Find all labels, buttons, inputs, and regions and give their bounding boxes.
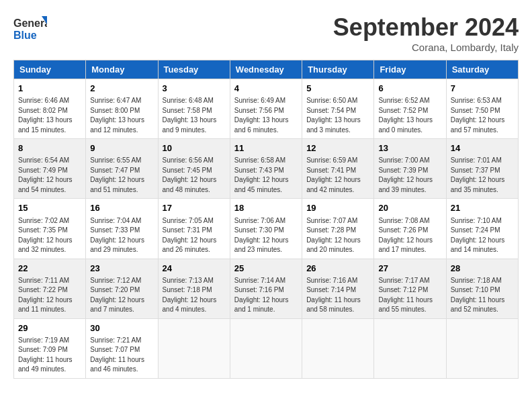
- day-info: Sunrise: 6:56 AM Sunset: 7:45 PM Dayligh…: [163, 156, 226, 195]
- table-row: 28Sunrise: 7:18 AM Sunset: 7:10 PM Dayli…: [446, 259, 518, 318]
- header-tuesday: Tuesday: [158, 60, 230, 79]
- day-info: Sunrise: 7:08 AM Sunset: 7:26 PM Dayligh…: [378, 216, 441, 255]
- day-number: 24: [163, 263, 226, 275]
- table-row: 6Sunrise: 6:52 AM Sunset: 7:52 PM Daylig…: [374, 79, 446, 139]
- day-number: 20: [378, 202, 441, 214]
- table-row: 1Sunrise: 6:46 AM Sunset: 8:02 PM Daylig…: [14, 79, 86, 139]
- day-info: Sunrise: 6:58 AM Sunset: 7:43 PM Dayligh…: [234, 156, 298, 195]
- table-row: 20Sunrise: 7:08 AM Sunset: 7:26 PM Dayli…: [374, 199, 446, 259]
- day-number: 6: [378, 83, 441, 95]
- day-number: 11: [234, 142, 298, 154]
- header-thursday: Thursday: [302, 60, 374, 79]
- table-row: 24Sunrise: 7:13 AM Sunset: 7:18 PM Dayli…: [158, 259, 230, 318]
- table-row: 26Sunrise: 7:16 AM Sunset: 7:14 PM Dayli…: [302, 259, 374, 318]
- title-block: September 2024 Corana, Lombardy, Italy: [333, 13, 519, 53]
- day-info: Sunrise: 7:18 AM Sunset: 7:10 PM Dayligh…: [451, 276, 514, 315]
- day-info: Sunrise: 6:46 AM Sunset: 8:02 PM Dayligh…: [18, 96, 81, 135]
- day-info: Sunrise: 6:48 AM Sunset: 7:58 PM Dayligh…: [163, 96, 226, 135]
- day-info: Sunrise: 7:11 AM Sunset: 7:22 PM Dayligh…: [18, 276, 81, 315]
- table-row: 5Sunrise: 6:50 AM Sunset: 7:54 PM Daylig…: [302, 79, 374, 139]
- header-monday: Monday: [86, 60, 158, 79]
- calendar: SundayMondayTuesdayWednesdayThursdayFrid…: [13, 60, 519, 379]
- day-number: 12: [306, 142, 369, 154]
- table-row: 2Sunrise: 6:47 AM Sunset: 8:00 PM Daylig…: [86, 79, 158, 139]
- table-row: 4Sunrise: 6:49 AM Sunset: 7:56 PM Daylig…: [230, 79, 302, 139]
- table-row: [230, 318, 302, 378]
- table-row: 9Sunrise: 6:55 AM Sunset: 7:47 PM Daylig…: [86, 139, 158, 199]
- day-info: Sunrise: 7:16 AM Sunset: 7:14 PM Dayligh…: [306, 276, 369, 315]
- table-row: 8Sunrise: 6:54 AM Sunset: 7:49 PM Daylig…: [14, 139, 86, 199]
- day-info: Sunrise: 7:00 AM Sunset: 7:39 PM Dayligh…: [378, 156, 441, 195]
- day-info: Sunrise: 7:05 AM Sunset: 7:31 PM Dayligh…: [163, 216, 226, 255]
- table-row: [158, 318, 230, 378]
- table-row: 21Sunrise: 7:10 AM Sunset: 7:24 PM Dayli…: [446, 199, 518, 259]
- day-number: 2: [90, 83, 153, 95]
- day-number: 27: [378, 263, 441, 275]
- day-info: Sunrise: 7:06 AM Sunset: 7:30 PM Dayligh…: [234, 216, 298, 255]
- day-info: Sunrise: 7:04 AM Sunset: 7:33 PM Dayligh…: [90, 216, 153, 255]
- day-number: 4: [234, 83, 298, 95]
- table-row: 27Sunrise: 7:17 AM Sunset: 7:12 PM Dayli…: [374, 259, 446, 318]
- logo: General Blue: [13, 13, 47, 43]
- day-number: 25: [234, 263, 298, 275]
- day-number: 10: [163, 142, 226, 154]
- logo-svg: General Blue: [13, 13, 47, 43]
- day-number: 15: [18, 202, 81, 214]
- header-friday: Friday: [374, 60, 446, 79]
- day-info: Sunrise: 6:59 AM Sunset: 7:41 PM Dayligh…: [306, 156, 369, 195]
- day-number: 9: [90, 142, 153, 154]
- month-year: September 2024: [333, 13, 519, 42]
- table-row: 23Sunrise: 7:12 AM Sunset: 7:20 PM Dayli…: [86, 259, 158, 318]
- header-sunday: Sunday: [14, 60, 86, 79]
- day-number: 19: [306, 202, 369, 214]
- day-info: Sunrise: 7:13 AM Sunset: 7:18 PM Dayligh…: [163, 276, 226, 315]
- day-info: Sunrise: 7:21 AM Sunset: 7:07 PM Dayligh…: [90, 336, 153, 375]
- day-info: Sunrise: 7:17 AM Sunset: 7:12 PM Dayligh…: [378, 276, 441, 315]
- table-row: [446, 318, 518, 378]
- header-saturday: Saturday: [446, 60, 518, 79]
- day-number: 3: [163, 83, 226, 95]
- day-number: 26: [306, 263, 369, 275]
- day-info: Sunrise: 7:14 AM Sunset: 7:16 PM Dayligh…: [234, 276, 298, 315]
- table-row: 17Sunrise: 7:05 AM Sunset: 7:31 PM Dayli…: [158, 199, 230, 259]
- day-number: 17: [163, 202, 226, 214]
- day-info: Sunrise: 7:07 AM Sunset: 7:28 PM Dayligh…: [306, 216, 369, 255]
- table-row: 16Sunrise: 7:04 AM Sunset: 7:33 PM Dayli…: [86, 199, 158, 259]
- day-info: Sunrise: 6:49 AM Sunset: 7:56 PM Dayligh…: [234, 96, 298, 135]
- day-number: 1: [18, 83, 81, 95]
- day-info: Sunrise: 6:47 AM Sunset: 8:00 PM Dayligh…: [90, 96, 153, 135]
- table-row: [302, 318, 374, 378]
- table-row: 11Sunrise: 6:58 AM Sunset: 7:43 PM Dayli…: [230, 139, 302, 199]
- table-row: 14Sunrise: 7:01 AM Sunset: 7:37 PM Dayli…: [446, 139, 518, 199]
- day-number: 23: [90, 263, 153, 275]
- day-info: Sunrise: 7:12 AM Sunset: 7:20 PM Dayligh…: [90, 276, 153, 315]
- day-number: 22: [18, 263, 81, 275]
- table-row: 25Sunrise: 7:14 AM Sunset: 7:16 PM Dayli…: [230, 259, 302, 318]
- table-row: 29Sunrise: 7:19 AM Sunset: 7:09 PM Dayli…: [14, 318, 86, 378]
- table-row: 22Sunrise: 7:11 AM Sunset: 7:22 PM Dayli…: [14, 259, 86, 318]
- day-info: Sunrise: 6:52 AM Sunset: 7:52 PM Dayligh…: [378, 96, 441, 135]
- day-info: Sunrise: 6:50 AM Sunset: 7:54 PM Dayligh…: [306, 96, 369, 135]
- day-number: 21: [451, 202, 514, 214]
- day-number: 16: [90, 202, 153, 214]
- table-row: 7Sunrise: 6:53 AM Sunset: 7:50 PM Daylig…: [446, 79, 518, 139]
- table-row: 3Sunrise: 6:48 AM Sunset: 7:58 PM Daylig…: [158, 79, 230, 139]
- day-info: Sunrise: 7:19 AM Sunset: 7:09 PM Dayligh…: [18, 336, 81, 375]
- svg-text:General: General: [13, 17, 47, 29]
- table-row: 19Sunrise: 7:07 AM Sunset: 7:28 PM Dayli…: [302, 199, 374, 259]
- header-wednesday: Wednesday: [230, 60, 302, 79]
- table-row: 15Sunrise: 7:02 AM Sunset: 7:35 PM Dayli…: [14, 199, 86, 259]
- table-row: [374, 318, 446, 378]
- day-info: Sunrise: 7:02 AM Sunset: 7:35 PM Dayligh…: [18, 216, 81, 255]
- location: Corana, Lombardy, Italy: [333, 42, 519, 53]
- day-info: Sunrise: 6:53 AM Sunset: 7:50 PM Dayligh…: [451, 96, 514, 135]
- svg-text:Blue: Blue: [13, 30, 37, 41]
- day-number: 5: [306, 83, 369, 95]
- day-info: Sunrise: 6:55 AM Sunset: 7:47 PM Dayligh…: [90, 156, 153, 195]
- table-row: 13Sunrise: 7:00 AM Sunset: 7:39 PM Dayli…: [374, 139, 446, 199]
- day-info: Sunrise: 7:01 AM Sunset: 7:37 PM Dayligh…: [451, 156, 514, 195]
- table-row: 30Sunrise: 7:21 AM Sunset: 7:07 PM Dayli…: [86, 318, 158, 378]
- day-info: Sunrise: 6:54 AM Sunset: 7:49 PM Dayligh…: [18, 156, 81, 195]
- table-row: 10Sunrise: 6:56 AM Sunset: 7:45 PM Dayli…: [158, 139, 230, 199]
- day-info: Sunrise: 7:10 AM Sunset: 7:24 PM Dayligh…: [451, 216, 514, 255]
